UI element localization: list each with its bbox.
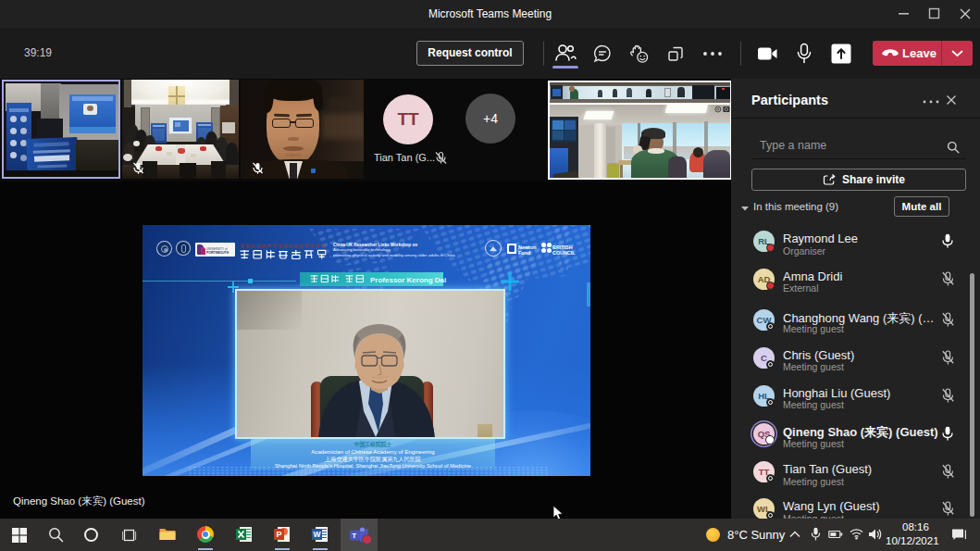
svg-text:中国工程院院士: 中国工程院院士 bbox=[354, 441, 392, 448]
svg-text:Academician of Chinese Academy: Academician of Chinese Academy of Engine… bbox=[311, 448, 434, 455]
svg-text:P: P bbox=[277, 530, 282, 539]
svg-text:PORTSMOUTH: PORTSMOUTH bbox=[206, 251, 229, 255]
svg-text:W: W bbox=[314, 530, 322, 539]
svg-text:Professor Kerong Dai: Professor Kerong Dai bbox=[370, 276, 446, 284]
svg-text:promoting physical activity an: promoting physical activity and mobility… bbox=[333, 253, 455, 257]
svg-text:COUNCIL: COUNCIL bbox=[552, 250, 576, 256]
svg-text:T: T bbox=[352, 532, 356, 540]
svg-text:Advancing wearable technology: Advancing wearable technology bbox=[333, 247, 391, 252]
svg-text:China-UK Researcher Links Work: China-UK Researcher Links Workshop on bbox=[333, 243, 417, 247]
svg-text:Fund: Fund bbox=[518, 250, 530, 256]
svg-text:上海交通大学医学院附属第九人民医院: 上海交通大学医学院附属第九人民医院 bbox=[324, 456, 421, 463]
